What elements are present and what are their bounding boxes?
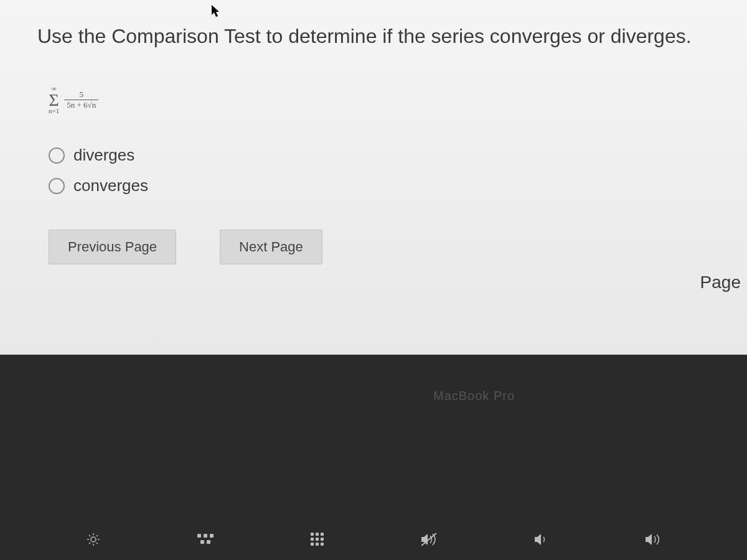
svg-rect-16 bbox=[321, 533, 324, 536]
series-formula: ∞ Σ n=1 5 5n + 6√n bbox=[49, 85, 716, 114]
svg-rect-12 bbox=[200, 540, 204, 544]
svg-rect-13 bbox=[207, 540, 210, 544]
radio-circle-icon bbox=[49, 178, 65, 194]
quiz-panel: Use the Comparison Test to determine if … bbox=[0, 0, 747, 355]
svg-rect-11 bbox=[210, 534, 214, 538]
navigation-row: Previous Page Next Page bbox=[49, 230, 716, 264]
volume-down-icon bbox=[526, 530, 557, 549]
radio-option-diverges[interactable]: diverges bbox=[49, 146, 716, 165]
svg-rect-18 bbox=[316, 538, 319, 541]
brightness-up-icon bbox=[78, 530, 109, 549]
svg-rect-17 bbox=[311, 538, 314, 541]
radio-label: converges bbox=[73, 176, 148, 195]
launchpad-icon bbox=[302, 530, 333, 549]
svg-rect-15 bbox=[316, 533, 319, 536]
mission-control-icon bbox=[190, 530, 221, 549]
sigma-lower-bound: n=1 bbox=[49, 108, 59, 114]
svg-rect-14 bbox=[311, 533, 314, 536]
svg-rect-19 bbox=[321, 538, 324, 541]
mute-icon bbox=[414, 530, 445, 549]
media-key-row bbox=[0, 530, 747, 549]
radio-label: diverges bbox=[73, 146, 134, 165]
fraction-denominator: 5n + 6√n bbox=[64, 100, 98, 110]
svg-line-6 bbox=[96, 543, 98, 544]
sigma-symbol: Σ bbox=[49, 92, 59, 108]
svg-line-7 bbox=[89, 543, 90, 544]
answer-options: diverges converges bbox=[49, 146, 716, 195]
page-indicator: Page bbox=[700, 273, 741, 292]
radio-option-converges[interactable]: converges bbox=[49, 176, 716, 195]
question-prompt: Use the Comparison Test to determine if … bbox=[37, 25, 716, 48]
radio-circle-icon bbox=[49, 147, 65, 164]
svg-line-8 bbox=[96, 535, 98, 536]
fraction-numerator: 5 bbox=[77, 90, 86, 100]
svg-rect-9 bbox=[197, 534, 201, 538]
sigma-notation: ∞ Σ n=1 bbox=[49, 85, 59, 114]
fraction: 5 5n + 6√n bbox=[64, 90, 98, 110]
laptop-bezel: MacBook Pro bbox=[0, 355, 747, 560]
next-page-button[interactable]: Next Page bbox=[220, 230, 322, 264]
volume-up-icon bbox=[638, 530, 669, 549]
svg-line-5 bbox=[89, 535, 90, 536]
device-label: MacBook Pro bbox=[433, 389, 515, 403]
svg-rect-10 bbox=[204, 534, 207, 538]
svg-point-0 bbox=[91, 537, 96, 542]
svg-rect-20 bbox=[311, 543, 314, 546]
svg-rect-22 bbox=[321, 543, 324, 546]
cursor-icon bbox=[212, 5, 222, 19]
previous-page-button[interactable]: Previous Page bbox=[49, 230, 176, 264]
svg-rect-21 bbox=[316, 543, 319, 546]
